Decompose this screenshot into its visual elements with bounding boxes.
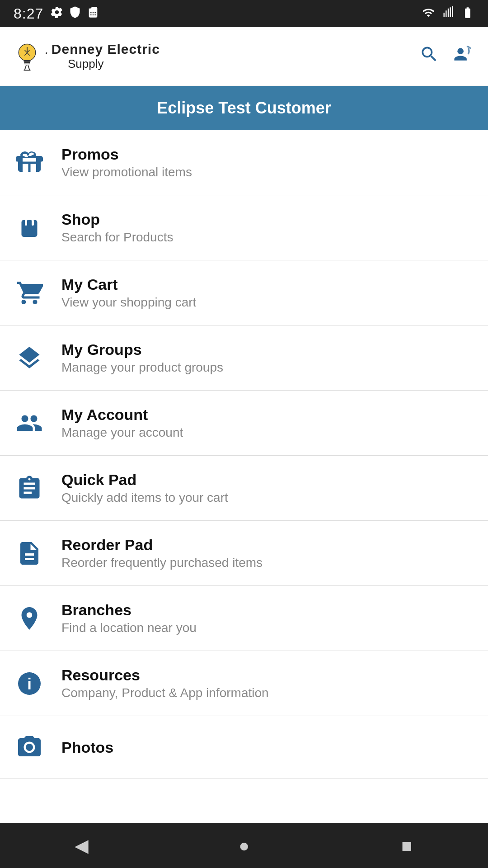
menu-title-resources: Resources bbox=[61, 666, 269, 684]
menu-item-promos[interactable]: PromosView promotional items bbox=[0, 130, 488, 195]
logo-bottom-text: Supply bbox=[68, 57, 160, 71]
menu-title-quick-pad: Quick Pad bbox=[61, 471, 228, 489]
status-icons bbox=[51, 6, 99, 21]
customer-banner: Eclipse Test Customer bbox=[0, 86, 488, 130]
shield-icon bbox=[69, 6, 81, 21]
svg-point-10 bbox=[457, 48, 464, 54]
menu-title-my-account: My Account bbox=[61, 406, 183, 424]
menu-text-quick-pad: Quick PadQuickly add items to your cart bbox=[61, 471, 228, 505]
status-right bbox=[421, 6, 474, 21]
menu-subtitle-reorder-pad: Reorder frequently purchased items bbox=[61, 556, 263, 570]
menu-item-shop[interactable]: ShopSearch for Products bbox=[0, 195, 488, 260]
cart-icon bbox=[14, 277, 45, 309]
logo-icon bbox=[14, 41, 41, 72]
menu-title-branches: Branches bbox=[61, 601, 197, 619]
info-circle-icon: i bbox=[14, 668, 45, 699]
svg-line-8 bbox=[28, 65, 30, 70]
clipboard-list-icon bbox=[14, 472, 45, 504]
home-button[interactable]: ● bbox=[226, 827, 262, 863]
back-button[interactable]: ◀ bbox=[63, 827, 99, 863]
signal-icon bbox=[442, 6, 455, 21]
menu-title-promos: Promos bbox=[61, 146, 192, 163]
menu-list: PromosView promotional itemsShopSearch f… bbox=[0, 130, 488, 823]
status-time: 8:27 bbox=[14, 5, 43, 22]
svg-rect-1 bbox=[24, 60, 31, 61]
svg-line-7 bbox=[24, 65, 26, 70]
menu-subtitle-my-account: Manage your account bbox=[61, 425, 183, 440]
menu-item-photos[interactable]: Photos bbox=[0, 716, 488, 779]
svg-rect-2 bbox=[24, 61, 30, 63]
svg-rect-11 bbox=[22, 220, 38, 237]
settings-icon bbox=[51, 6, 63, 21]
menu-item-my-groups[interactable]: My GroupsManage your product groups bbox=[0, 326, 488, 391]
menu-subtitle-my-cart: View your shopping cart bbox=[61, 295, 196, 310]
wifi-icon bbox=[421, 6, 436, 21]
menu-text-shop: ShopSearch for Products bbox=[61, 211, 173, 245]
menu-text-promos: PromosView promotional items bbox=[61, 146, 192, 179]
bottom-nav: ◀ ● ■ bbox=[0, 823, 488, 868]
battery-icon bbox=[461, 6, 474, 21]
logo-container: . Denney Electric Supply bbox=[14, 41, 160, 72]
menu-text-my-cart: My CartView your shopping cart bbox=[61, 276, 196, 310]
svg-rect-3 bbox=[24, 63, 29, 65]
account-switch-icon[interactable] bbox=[453, 44, 474, 69]
logo-text: . Denney Electric Supply bbox=[45, 42, 160, 71]
menu-item-resources[interactable]: iResourcesCompany, Product & App informa… bbox=[0, 651, 488, 716]
bag-icon bbox=[14, 212, 45, 244]
menu-text-my-account: My AccountManage your account bbox=[61, 406, 183, 440]
search-icon[interactable] bbox=[419, 44, 439, 69]
header-actions bbox=[419, 44, 474, 69]
menu-text-resources: ResourcesCompany, Product & App informat… bbox=[61, 666, 269, 700]
gift-icon bbox=[14, 147, 45, 179]
camera-icon bbox=[14, 731, 45, 763]
banner-title: Eclipse Test Customer bbox=[157, 99, 331, 117]
menu-text-my-groups: My GroupsManage your product groups bbox=[61, 341, 223, 375]
menu-title-reorder-pad: Reorder Pad bbox=[61, 536, 263, 554]
menu-title-my-cart: My Cart bbox=[61, 276, 196, 293]
logo-top-text: Denney Electric bbox=[52, 42, 160, 57]
menu-title-shop: Shop bbox=[61, 211, 173, 228]
menu-subtitle-quick-pad: Quickly add items to your cart bbox=[61, 491, 228, 505]
menu-text-photos: Photos bbox=[61, 739, 113, 756]
menu-item-branches[interactable]: BranchesFind a location near you bbox=[0, 586, 488, 651]
menu-text-branches: BranchesFind a location near you bbox=[61, 601, 197, 635]
menu-item-quick-pad[interactable]: Quick PadQuickly add items to your cart bbox=[0, 456, 488, 521]
file-text-icon bbox=[14, 538, 45, 569]
menu-item-reorder-pad[interactable]: Reorder PadReorder frequently purchased … bbox=[0, 521, 488, 586]
menu-subtitle-shop: Search for Products bbox=[61, 230, 173, 245]
menu-subtitle-branches: Find a location near you bbox=[61, 621, 197, 635]
menu-title-my-groups: My Groups bbox=[61, 341, 223, 359]
layers-icon bbox=[14, 342, 45, 374]
menu-text-reorder-pad: Reorder PadReorder frequently purchased … bbox=[61, 536, 263, 570]
app-header: . Denney Electric Supply bbox=[0, 27, 488, 86]
menu-title-photos: Photos bbox=[61, 739, 113, 756]
menu-item-my-cart[interactable]: My CartView your shopping cart bbox=[0, 260, 488, 326]
recent-button[interactable]: ■ bbox=[389, 827, 425, 863]
status-left: 8:27 bbox=[14, 5, 99, 22]
menu-item-my-account[interactable]: My AccountManage your account bbox=[0, 391, 488, 456]
menu-subtitle-resources: Company, Product & App information bbox=[61, 686, 269, 700]
sim-icon bbox=[87, 6, 99, 21]
menu-subtitle-my-groups: Manage your product groups bbox=[61, 360, 223, 375]
map-pin-icon bbox=[14, 603, 45, 634]
status-bar: 8:27 bbox=[0, 0, 488, 27]
svg-text:i: i bbox=[27, 675, 32, 692]
menu-subtitle-promos: View promotional items bbox=[61, 165, 192, 179]
users-icon bbox=[14, 407, 45, 439]
